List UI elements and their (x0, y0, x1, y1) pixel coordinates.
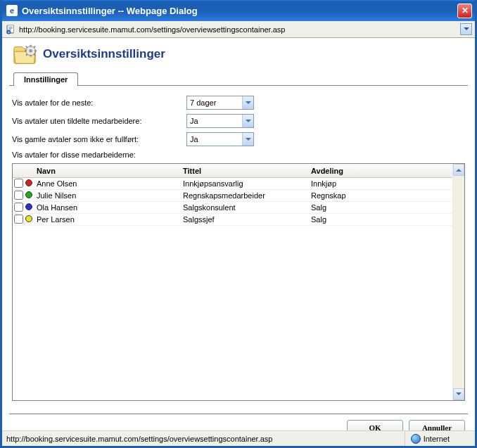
employees-label: Vis avtaler for disse medarbeiderne: (12, 151, 136, 159)
cell-name: Per Larsen (35, 215, 183, 224)
old-value: Ja (190, 135, 242, 143)
chevron-down-icon (242, 96, 253, 109)
table-row[interactable]: Ola HansenSalgskonsulentSalg (13, 202, 452, 214)
col-header-title[interactable]: Tittel (183, 167, 311, 175)
close-icon: ✕ (462, 6, 469, 15)
cell-name: Julie Nilsen (35, 191, 183, 200)
zone-label: Internet (424, 435, 450, 443)
color-dot-icon (25, 203, 32, 210)
grid-header: Navn Tittel Avdeling (13, 164, 452, 178)
days-value: 7 dager (190, 98, 242, 107)
row-checkbox[interactable] (14, 215, 23, 224)
status-url: http://booking.servicesuite.mamut.com/se… (6, 435, 405, 443)
scroll-track[interactable] (453, 176, 464, 388)
chevron-down-icon (242, 115, 253, 127)
settings-folder-icon (12, 42, 39, 66)
col-header-dept[interactable]: Avdeling (311, 167, 452, 175)
days-label: Vis avtaler for de neste: (12, 98, 186, 107)
color-dot-icon (25, 179, 32, 186)
address-dropdown[interactable] (460, 23, 472, 35)
row-checkbox[interactable] (14, 191, 23, 200)
chevron-down-icon (242, 133, 253, 146)
row-checkbox[interactable] (14, 179, 23, 188)
employees-grid: Navn Tittel Avdeling Anne OlsenInnkjøpsa… (12, 163, 465, 401)
color-dot-icon (25, 215, 32, 222)
svg-line-12 (26, 54, 27, 56)
app-icon: e (6, 5, 18, 16)
unassigned-label: Vis avtaler uten tildelte medarbeidere: (12, 117, 186, 125)
cell-dept: Salg (311, 203, 452, 212)
content-area: Oversiktsinnstillinger Innstillinger Vis… (2, 38, 475, 430)
col-header-name[interactable]: Navn (35, 167, 183, 175)
table-row[interactable]: Anne OlsenInnkjøpsansvarligInnkjøp (13, 178, 452, 190)
svg-line-10 (26, 46, 27, 48)
cell-dept: Regnskap (311, 191, 452, 200)
address-bar: e http://booking.servicesuite.mamut.com/… (2, 21, 475, 38)
cell-title: Innkjøpsansvarlig (183, 179, 311, 188)
scroll-up-icon[interactable] (453, 164, 464, 176)
svg-point-5 (29, 49, 32, 53)
status-zone: Internet (405, 431, 471, 446)
titlebar: e Oversiktsinnstillinger -- Webpage Dial… (2, 0, 475, 21)
status-bar: http://booking.servicesuite.mamut.com/se… (2, 430, 475, 446)
color-dot-icon (25, 191, 32, 198)
button-row: OK Annuller (9, 414, 468, 430)
cancel-button[interactable]: Annuller (409, 420, 465, 430)
address-url: http://booking.servicesuite.mamut.com/se… (19, 25, 460, 34)
svg-line-13 (34, 46, 35, 48)
row-checkbox[interactable] (14, 203, 23, 212)
cell-dept: Innkjøp (311, 179, 452, 188)
form: Vis avtaler for de neste: 7 dager Vis av… (9, 86, 468, 405)
cell-title: Salgskonsulent (183, 203, 311, 212)
window-title: Oversiktsinnstillinger -- Webpage Dialog (22, 6, 457, 16)
unassigned-value: Ja (190, 117, 242, 125)
page-title: Oversiktsinnstillinger (43, 47, 165, 61)
scrollbar[interactable] (452, 164, 464, 400)
unassigned-select[interactable]: Ja (186, 114, 254, 128)
globe-icon (411, 434, 421, 444)
old-select[interactable]: Ja (186, 132, 254, 146)
page-icon: e (5, 24, 16, 35)
page-header: Oversiktsinnstillinger (9, 38, 468, 72)
tab-settings[interactable]: Innstillinger (13, 72, 78, 86)
cell-title: Regnskapsmedarbeider (183, 191, 311, 200)
days-select[interactable]: 7 dager (186, 96, 254, 110)
cell-name: Anne Olsen (35, 179, 183, 188)
cell-dept: Salg (311, 215, 452, 224)
table-row[interactable]: Julie NilsenRegnskapsmedarbeiderRegnskap (13, 190, 452, 202)
cell-name: Ola Hansen (35, 203, 183, 212)
svg-line-11 (34, 54, 35, 56)
dialog-window: e Oversiktsinnstillinger -- Webpage Dial… (0, 0, 477, 448)
ok-button[interactable]: OK (347, 420, 403, 430)
table-row[interactable]: Per LarsenSalgssjefSalg (13, 214, 452, 226)
tabs: Innstillinger (9, 72, 468, 86)
cell-title: Salgssjef (183, 215, 311, 224)
scroll-down-icon[interactable] (453, 388, 464, 400)
old-label: Vis gamle avtaler som ikke er fullført: (12, 135, 186, 143)
close-button[interactable]: ✕ (457, 4, 472, 18)
